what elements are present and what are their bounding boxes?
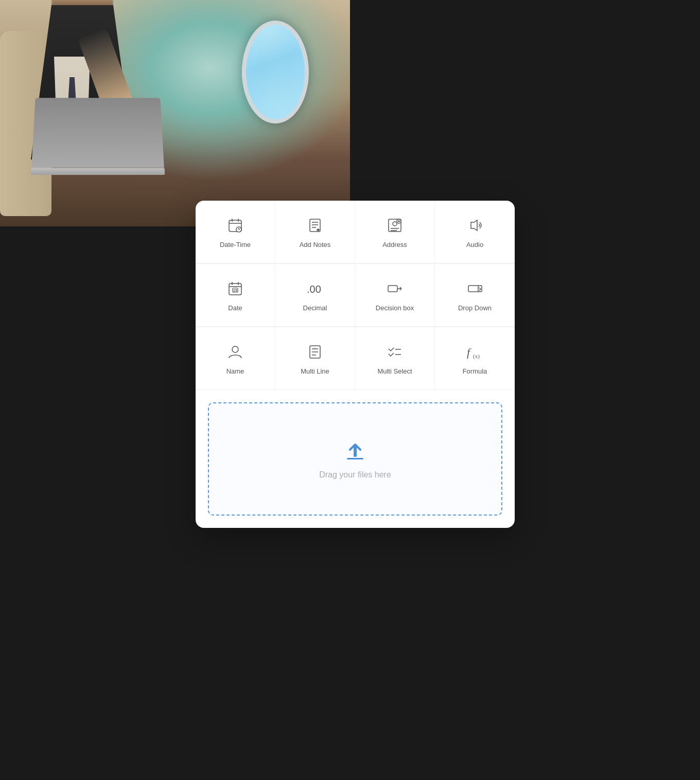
grid-item-decisionbox[interactable]: Decision box <box>355 264 435 327</box>
grid-item-multiline[interactable]: Multi Line <box>275 327 355 389</box>
address-icon <box>384 215 405 236</box>
addnotes-label: Add Notes <box>300 241 331 249</box>
multiselect-label: Multi Select <box>377 367 412 375</box>
dropdown-icon <box>465 278 485 299</box>
formula-icon: f (x) <box>465 342 485 362</box>
name-label: Name <box>226 367 244 375</box>
grid-item-date[interactable]: 15 Date <box>196 264 275 327</box>
audio-icon <box>465 215 485 236</box>
svg-text:(x): (x) <box>473 353 480 360</box>
date-label: Date <box>228 304 242 312</box>
dropdown-label: Drop Down <box>458 304 492 312</box>
grid-item-datetime[interactable]: Date-Time <box>196 201 275 263</box>
svg-rect-28 <box>388 286 397 292</box>
decisionbox-label: Decision box <box>376 304 414 312</box>
drop-zone[interactable]: Drag your files here <box>208 402 502 516</box>
grid-row-1: Date-Time Add Notes <box>196 201 515 264</box>
svg-text:15: 15 <box>233 289 237 292</box>
svg-point-34 <box>232 346 238 352</box>
laptop-screen <box>31 98 164 167</box>
datetime-icon <box>225 215 246 236</box>
grid-item-address[interactable]: Address <box>355 201 435 263</box>
grid-item-name[interactable]: Name <box>196 327 275 389</box>
svg-text:f: f <box>467 346 471 359</box>
audio-label: Audio <box>466 241 483 249</box>
addnotes-icon <box>305 215 325 236</box>
svg-rect-45 <box>354 446 357 457</box>
formula-label: Formula <box>463 367 487 375</box>
upload-icon <box>343 438 367 463</box>
svg-text:.00: .00 <box>307 283 321 295</box>
decimal-label: Decimal <box>303 304 327 312</box>
laptop-base <box>31 168 165 175</box>
window-oval <box>242 21 309 123</box>
grid-row-2: 15 Date .00 Decimal <box>196 264 515 327</box>
multiselect-icon <box>384 342 405 362</box>
multiline-label: Multi Line <box>301 367 329 375</box>
decimal-icon: .00 <box>305 278 325 299</box>
address-label: Address <box>382 241 407 249</box>
date-icon: 15 <box>225 278 246 299</box>
svg-marker-20 <box>471 220 477 231</box>
grid-row-3: Name Multi Line <box>196 327 515 390</box>
svg-point-14 <box>393 222 397 226</box>
decisionbox-icon <box>384 278 405 299</box>
name-icon <box>225 342 246 362</box>
datetime-label: Date-Time <box>220 241 251 249</box>
grid-item-dropdown[interactable]: Drop Down <box>435 264 515 327</box>
svg-rect-44 <box>347 458 363 459</box>
grid-item-formula[interactable]: f (x) Formula <box>435 327 515 389</box>
grid-item-decimal[interactable]: .00 Decimal <box>275 264 355 327</box>
drop-zone-text: Drag your files here <box>319 470 391 480</box>
multiline-icon <box>305 342 325 362</box>
photo-section <box>0 0 350 226</box>
panel: Date-Time Add Notes <box>196 201 515 528</box>
grid-item-audio[interactable]: Audio <box>435 201 515 263</box>
grid-item-addnotes[interactable]: Add Notes <box>275 201 355 263</box>
grid-item-multiselect[interactable]: Multi Select <box>355 327 435 389</box>
